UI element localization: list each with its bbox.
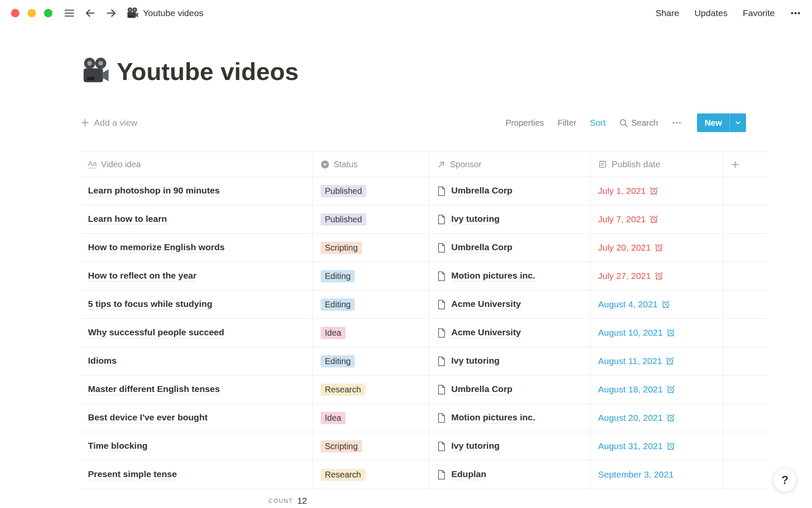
publish-date[interactable]: August 11, 2021	[598, 356, 662, 366]
more-options-icon[interactable]	[790, 8, 801, 19]
sponsor-link[interactable]: Motion pictures inc.	[451, 271, 535, 282]
sponsor-cell[interactable]: Umbrella Corp	[429, 177, 590, 205]
sponsor-link[interactable]: Ivy tutoring	[451, 214, 499, 225]
status-cell[interactable]: Idea	[313, 404, 429, 432]
video-idea-cell[interactable]: Learn how to learn	[80, 205, 313, 233]
sponsor-cell[interactable]: Ivy tutoring	[429, 347, 590, 375]
minimize-window-button[interactable]	[27, 9, 36, 17]
video-idea-title[interactable]: Master different English tenses	[88, 384, 220, 395]
chevron-down-icon[interactable]	[730, 113, 746, 132]
sponsor-link[interactable]: Umbrella Corp	[451, 185, 513, 196]
status-cell[interactable]: Idea	[313, 319, 429, 347]
updates-button[interactable]: Updates	[694, 8, 727, 18]
video-idea-cell[interactable]: Time blocking	[80, 432, 313, 460]
status-badge[interactable]: Editing	[321, 298, 355, 311]
publish-date[interactable]: July 1, 2021	[598, 186, 646, 196]
sponsor-link[interactable]: Eduplan	[451, 469, 486, 480]
filter-button[interactable]: Filter	[557, 118, 576, 128]
status-cell[interactable]: Editing	[313, 347, 429, 375]
video-idea-title[interactable]: Learn how to learn	[88, 214, 167, 225]
publish-date-cell[interactable]: August 11, 2021	[590, 347, 723, 375]
status-cell[interactable]: Scripting	[313, 234, 429, 262]
status-cell[interactable]: Research	[313, 375, 429, 403]
status-badge[interactable]: Idea	[321, 327, 346, 339]
status-badge[interactable]: Published	[321, 213, 366, 226]
sponsor-cell[interactable]: Acme University	[429, 290, 590, 318]
publish-date[interactable]: August 18, 2021	[598, 384, 663, 395]
video-idea-title[interactable]: Learn photoshop in 90 minutes	[88, 185, 220, 196]
page-movie-camera-icon[interactable]	[80, 56, 110, 86]
status-badge[interactable]: Research	[321, 384, 365, 396]
sponsor-cell[interactable]: Umbrella Corp	[429, 375, 590, 403]
search-button[interactable]: Search	[619, 118, 658, 128]
count-summary[interactable]: COUNT 12	[80, 489, 313, 508]
video-idea-title[interactable]: Idioms	[88, 356, 117, 367]
column-header-sponsor[interactable]: Sponsor	[429, 152, 590, 177]
publish-date[interactable]: September 3, 2021	[598, 469, 674, 480]
status-badge[interactable]: Scripting	[321, 440, 362, 453]
sidebar-menu-icon[interactable]	[63, 7, 75, 19]
sponsor-link[interactable]: Motion pictures inc.	[451, 412, 535, 423]
publish-date[interactable]: July 27, 2021	[598, 271, 651, 281]
publish-date-cell[interactable]: August 4, 2021	[590, 290, 723, 318]
video-idea-cell[interactable]: Present simple tense	[80, 461, 313, 489]
video-idea-title[interactable]: 5 tips to focus while studying	[88, 299, 212, 310]
new-button-label[interactable]: New	[697, 113, 730, 132]
video-idea-cell[interactable]: How to memorize English words	[80, 234, 313, 262]
back-arrow-icon[interactable]	[84, 7, 96, 19]
publish-date-cell[interactable]: August 20, 2021	[590, 404, 723, 432]
sponsor-cell[interactable]: Acme University	[429, 319, 590, 347]
status-cell[interactable]: Published	[313, 177, 429, 205]
sponsor-link[interactable]: Acme University	[451, 299, 521, 310]
video-idea-cell[interactable]: Why successful people succeed	[80, 319, 313, 347]
publish-date-cell[interactable]: July 27, 2021	[590, 262, 723, 290]
column-header-publish-date[interactable]: Publish date	[590, 152, 723, 177]
video-idea-title[interactable]: Present simple tense	[88, 469, 177, 480]
sponsor-link[interactable]: Ivy tutoring	[451, 356, 499, 367]
new-record-button[interactable]: New	[697, 113, 746, 132]
forward-arrow-icon[interactable]	[105, 7, 118, 19]
publish-date-cell[interactable]: September 3, 2021	[590, 461, 723, 489]
publish-date-cell[interactable]: August 31, 2021	[590, 432, 723, 460]
sponsor-link[interactable]: Ivy tutoring	[451, 441, 499, 452]
publish-date-cell[interactable]: July 7, 2021	[590, 205, 723, 233]
sponsor-cell[interactable]: Umbrella Corp	[429, 234, 590, 262]
add-column-button[interactable]	[723, 152, 768, 177]
video-idea-title[interactable]: Best device I've ever bought	[88, 412, 208, 423]
publish-date[interactable]: August 31, 2021	[598, 441, 663, 451]
video-idea-cell[interactable]: How to reflect on the year	[80, 262, 313, 290]
sponsor-link[interactable]: Umbrella Corp	[451, 384, 513, 395]
status-cell[interactable]: Research	[313, 461, 429, 489]
status-badge[interactable]: Editing	[321, 355, 355, 367]
video-idea-cell[interactable]: 5 tips to focus while studying	[80, 290, 313, 318]
share-button[interactable]: Share	[656, 8, 679, 18]
publish-date[interactable]: August 4, 2021	[598, 299, 658, 309]
status-badge[interactable]: Research	[321, 469, 365, 481]
video-idea-title[interactable]: How to reflect on the year	[88, 271, 197, 282]
publish-date-cell[interactable]: July 20, 2021	[590, 234, 723, 262]
publish-date[interactable]: August 10, 2021	[598, 328, 663, 338]
help-button[interactable]: ?	[773, 468, 797, 492]
sort-button[interactable]: Sort	[590, 118, 606, 128]
sponsor-cell[interactable]: Motion pictures inc.	[429, 262, 590, 290]
video-idea-title[interactable]: Time blocking	[88, 441, 148, 452]
video-idea-cell[interactable]: Idioms	[80, 347, 313, 375]
sponsor-link[interactable]: Acme University	[451, 327, 521, 338]
publish-date[interactable]: August 20, 2021	[598, 413, 663, 423]
add-view-button[interactable]: Add a view	[80, 118, 137, 128]
sponsor-cell[interactable]: Ivy tutoring	[429, 205, 590, 233]
column-header-status[interactable]: Status	[313, 152, 429, 177]
sponsor-cell[interactable]: Eduplan	[429, 461, 590, 489]
status-badge[interactable]: Scripting	[321, 242, 362, 254]
publish-date[interactable]: July 20, 2021	[598, 243, 651, 253]
sponsor-cell[interactable]: Motion pictures inc.	[429, 404, 590, 432]
close-window-button[interactable]	[11, 9, 19, 17]
zoom-window-button[interactable]	[44, 9, 52, 17]
sponsor-link[interactable]: Umbrella Corp	[451, 242, 513, 253]
video-idea-cell[interactable]: Learn photoshop in 90 minutes	[80, 177, 313, 205]
video-idea-title[interactable]: How to memorize English words	[88, 242, 225, 253]
status-cell[interactable]: Scripting	[313, 432, 429, 460]
breadcrumb-page[interactable]: Youtube videos	[126, 7, 203, 19]
video-idea-title[interactable]: Why successful people succeed	[88, 327, 224, 338]
publish-date[interactable]: July 7, 2021	[598, 214, 646, 224]
